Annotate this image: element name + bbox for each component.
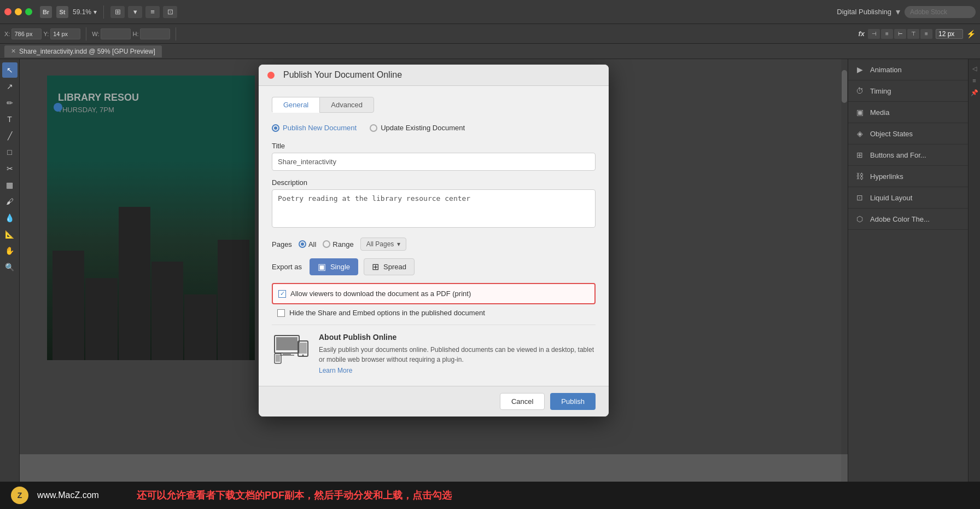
align-middle-icon[interactable]: ≡ bbox=[920, 29, 932, 39]
export-spread-label: Spread bbox=[383, 263, 406, 271]
type-tool[interactable]: T bbox=[2, 112, 18, 127]
zoom-chevron[interactable]: ▾ bbox=[94, 8, 97, 16]
radio-update-label: Update Existing Document bbox=[381, 124, 465, 132]
checkbox-pdf-row: ✓ Allow viewers to download the document… bbox=[272, 283, 596, 304]
panel-item-animation[interactable]: ▶ Animation bbox=[848, 59, 968, 80]
dialog-close-button[interactable] bbox=[267, 72, 275, 79]
dialog-titlebar: Publish Your Document Online bbox=[259, 65, 609, 86]
cancel-button[interactable]: Cancel bbox=[500, 393, 545, 410]
align-top-icon[interactable]: ⊤ bbox=[907, 29, 919, 39]
bridge-icon[interactable]: Br bbox=[40, 6, 52, 18]
px-input[interactable] bbox=[936, 29, 963, 39]
doc-tab-label: Share_interactivity.indd @ 59% [GPU Prev… bbox=[19, 48, 155, 55]
animation-icon: ▶ bbox=[855, 65, 865, 74]
pages-range-option[interactable]: Range bbox=[323, 240, 353, 248]
selection-tool[interactable]: ↖ bbox=[2, 62, 18, 78]
stock-icon[interactable]: St bbox=[56, 6, 68, 18]
x-coord-field: X: Y: bbox=[4, 28, 80, 39]
svg-rect-8 bbox=[276, 355, 280, 362]
panel-item-hyperlinks[interactable]: ⛓ Hyperlinks bbox=[848, 166, 968, 187]
workspace-chevron[interactable]: ▾ bbox=[896, 7, 900, 17]
pages-range-radio bbox=[323, 240, 330, 248]
select-tool-icon[interactable]: ▾ bbox=[128, 6, 142, 18]
dialog-footer: Cancel Publish bbox=[259, 386, 609, 417]
spread-icon: ⊞ bbox=[372, 262, 379, 272]
paint-tool[interactable]: 🖌 bbox=[2, 194, 18, 209]
website-url: www.MacZ.com bbox=[37, 490, 99, 500]
svg-rect-2 bbox=[283, 353, 291, 355]
zoom-control[interactable]: 59.1% ▾ bbox=[73, 8, 97, 16]
gradient-tool[interactable]: ▦ bbox=[2, 177, 18, 193]
toolbar-icons: ⊞ ▾ ≡ ⊡ bbox=[110, 6, 177, 18]
scissors-tool[interactable]: ✂ bbox=[2, 161, 18, 176]
h-label: H: bbox=[132, 31, 138, 37]
align-icons: ⊣ ≡ ⊢ ⊤ ≡ bbox=[868, 29, 932, 39]
rectangle-tool[interactable]: □ bbox=[2, 144, 18, 160]
panel-item-object-states[interactable]: ◈ Object States bbox=[848, 123, 968, 144]
animation-label: Animation bbox=[870, 66, 961, 74]
frame-tool-icon[interactable]: ⊞ bbox=[110, 6, 125, 18]
checkbox-pdf[interactable]: ✓ bbox=[278, 290, 286, 298]
adobe-stock-search[interactable] bbox=[905, 6, 976, 18]
radio-update-document[interactable]: Update Existing Document bbox=[370, 124, 465, 132]
panel-item-timing[interactable]: ⏱ Timing bbox=[848, 80, 968, 102]
tab-general[interactable]: General bbox=[272, 97, 319, 113]
measure-tool[interactable]: 📐 bbox=[2, 227, 18, 242]
checkbox-share-label: Hide the Share and Embed options in the … bbox=[289, 309, 485, 317]
second-toolbar: X: Y: W: H: fx ⊣ ≡ ⊢ ⊤ ≡ ⚡ bbox=[0, 24, 980, 44]
transform-icon[interactable]: ⊡ bbox=[163, 6, 177, 18]
x-input[interactable] bbox=[11, 28, 42, 39]
x-label: X: bbox=[4, 31, 10, 37]
radio-new-document[interactable]: Publish New Document bbox=[272, 124, 357, 132]
zoom-tool[interactable]: 🔍 bbox=[2, 259, 18, 275]
export-spread-btn[interactable]: ⊞ Spread bbox=[364, 258, 415, 275]
hand-tool[interactable]: ✋ bbox=[2, 243, 18, 258]
panel-item-media[interactable]: ▣ Media bbox=[848, 102, 968, 123]
align-right-icon[interactable]: ⊢ bbox=[894, 29, 906, 39]
pages-all-option[interactable]: All bbox=[299, 240, 316, 248]
pages-dropdown[interactable]: All Pages ▾ bbox=[360, 238, 407, 251]
tab-advanced[interactable]: Advanced bbox=[319, 97, 374, 113]
maximize-button[interactable] bbox=[25, 8, 32, 15]
w-input[interactable] bbox=[101, 28, 131, 39]
panel-item-buttons[interactable]: ⊞ Buttons and For... bbox=[848, 144, 968, 166]
arrange-icon[interactable]: ≡ bbox=[145, 6, 160, 18]
description-textarea[interactable]: Poetry reading at the library resource c… bbox=[272, 189, 596, 228]
tab-close-icon[interactable]: ✕ bbox=[11, 48, 16, 55]
wh-coord-field: W: H: bbox=[92, 28, 170, 39]
checkbox-share[interactable] bbox=[277, 309, 285, 317]
close-button[interactable] bbox=[4, 8, 11, 15]
pen-tool[interactable]: ✏ bbox=[2, 95, 18, 111]
export-row: Export as ▣ Single ⊞ Spread bbox=[272, 258, 596, 275]
fx-button[interactable]: fx bbox=[858, 30, 865, 38]
dialog-overlay: Publish Your Document Online General Adv… bbox=[20, 59, 848, 454]
eyedropper-tool[interactable]: 💧 bbox=[2, 210, 18, 225]
dialog-tabs: General Advanced bbox=[272, 97, 596, 113]
learn-more-link[interactable]: Learn More bbox=[319, 367, 352, 374]
right-panel: ▶ Animation ⏱ Timing ▣ Media ◈ Object St… bbox=[848, 59, 968, 482]
collapse-btn[interactable]: ◁ bbox=[970, 63, 979, 73]
pin-btn[interactable]: 📌 bbox=[970, 88, 979, 97]
publish-radio-group: Publish New Document Update Existing Doc… bbox=[272, 124, 596, 132]
y-input[interactable] bbox=[50, 28, 80, 39]
panel-item-liquid-layout[interactable]: ⊡ Liquid Layout bbox=[848, 187, 968, 209]
expand-btn[interactable]: ≡ bbox=[970, 76, 979, 85]
line-tool[interactable]: ╱ bbox=[2, 128, 18, 143]
title-input[interactable] bbox=[272, 153, 596, 171]
tab-bar: ✕ Share_interactivity.indd @ 59% [GPU Pr… bbox=[0, 44, 980, 59]
about-icon bbox=[272, 333, 310, 366]
checkbox-share-row: Hide the Share and Embed options in the … bbox=[272, 306, 596, 319]
pages-all-label: All bbox=[308, 240, 316, 248]
align-left-icon[interactable]: ⊣ bbox=[868, 29, 880, 39]
publish-button[interactable]: Publish bbox=[550, 393, 596, 410]
direct-select-tool[interactable]: ↗ bbox=[2, 79, 18, 94]
export-label: Export as bbox=[272, 263, 302, 271]
align-center-icon[interactable]: ≡ bbox=[881, 29, 893, 39]
radio-new-label: Publish New Document bbox=[283, 124, 357, 132]
export-single-btn[interactable]: ▣ Single bbox=[310, 258, 358, 275]
document-tab[interactable]: ✕ Share_interactivity.indd @ 59% [GPU Pr… bbox=[4, 45, 162, 57]
pages-row: Pages All Range All Pages ▾ bbox=[272, 238, 596, 251]
h-input[interactable] bbox=[140, 28, 170, 39]
panel-item-adobe-color[interactable]: ⬡ Adobe Color The... bbox=[848, 209, 968, 230]
minimize-button[interactable] bbox=[15, 8, 22, 15]
